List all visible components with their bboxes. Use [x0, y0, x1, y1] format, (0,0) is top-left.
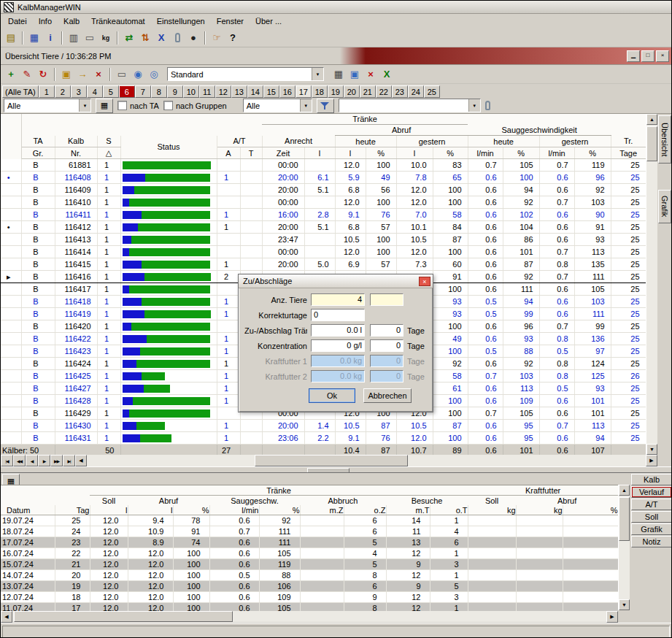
header-gestern[interactable]: gestern [539, 136, 611, 147]
close-icon[interactable]: × [419, 277, 430, 286]
header-pct[interactable]: % [366, 147, 396, 159]
table-row[interactable]: B1164111116:002.89.1767.0580.61020.69025 [1, 209, 646, 221]
header-heute[interactable]: heute [335, 136, 396, 147]
history-row[interactable]: 18.07.242412.010.9910.71116114 [1, 526, 618, 537]
table-row[interactable]: B1164311123:062.29.17612.01000.6950.6942… [1, 432, 646, 445]
ta-tab-4[interactable]: 4 [87, 85, 103, 98]
refresh-icon[interactable]: ↻ [36, 67, 50, 81]
ta-tab-alle-ta[interactable]: (Alle TA) [2, 85, 39, 98]
history-row[interactable]: 12.07.241812.012.01000.61099123 [1, 592, 618, 603]
header-l[interactable]: l [128, 505, 173, 515]
header-zeit[interactable]: Zeit [262, 147, 304, 159]
header-l[interactable]: l [304, 147, 335, 159]
table-row[interactable]: •B1164121120:005.16.85710.1840.61040.691… [1, 221, 646, 234]
scroll-left-icon[interactable]: ◀ [1, 611, 12, 623]
header-mz[interactable]: m.Z [300, 505, 344, 515]
header-pct[interactable]: % [563, 505, 618, 515]
main-horizontal-scrollbar[interactable]: ◀ ▶ [75, 455, 657, 466]
table-row[interactable]: B116409120:005.16.85612.01000.6940.69225 [1, 184, 646, 196]
menu-datei[interactable]: Datei [2, 15, 33, 27]
first-record-button[interactable]: |◀ [1, 455, 13, 466]
help-icon[interactable]: ? [225, 31, 240, 45]
header-l[interactable]: l [90, 505, 128, 515]
side-tab-grafik[interactable]: Grafik [658, 190, 671, 223]
menu-einstellungen[interactable]: Einstellungen [151, 15, 211, 27]
chevron-down-icon[interactable]: ▼ [79, 99, 90, 112]
copy-icon[interactable]: ▣ [59, 67, 74, 81]
header-kg[interactable]: kg [516, 505, 563, 515]
history-horizontal-scrollbar[interactable]: ◀ ▶ [1, 611, 618, 622]
header-ot[interactable]: o.T [430, 505, 468, 515]
header-pct[interactable]: % [259, 505, 300, 515]
protocol-icon[interactable]: ▤ [4, 31, 18, 45]
chevron-down-icon[interactable]: ▼ [312, 68, 323, 80]
ta-tab-5[interactable]: 5 [103, 85, 119, 98]
ta-tab-6[interactable]: 6 [119, 85, 135, 98]
anz-tiere-field[interactable]: 4 [311, 293, 365, 306]
history-row[interactable]: 16.07.242212.012.01000.61054121 [1, 548, 618, 559]
history-row[interactable]: 13.07.241912.012.01000.6106695 [1, 581, 618, 592]
ta-tab-15[interactable]: 15 [263, 85, 279, 98]
close-view-icon[interactable]: × [363, 67, 378, 81]
close-icon[interactable]: × [656, 50, 669, 62]
header-l[interactable]: l [335, 147, 366, 159]
ta-tab-8[interactable]: 8 [151, 85, 167, 98]
table-row[interactable]: B61881100:0012.010010.0830.71050.711925 [1, 159, 646, 172]
prior-record-button[interactable]: ◀ [26, 455, 38, 466]
header-nr[interactable]: Nr. [55, 147, 97, 159]
group-filter-combo[interactable]: Alle ▼ [243, 99, 312, 112]
scroll-right-icon[interactable]: ▶ [646, 455, 657, 466]
scroll-right-icon[interactable]: ▶ [606, 611, 618, 623]
ta-tab-14[interactable]: 14 [247, 85, 263, 98]
header-kalb[interactable]: Kalb [55, 136, 97, 147]
animal-filter-combo[interactable]: Alle ▼ [4, 99, 91, 112]
nach-gruppen-checkbox[interactable] [163, 101, 173, 110]
scrollbar-thumb[interactable] [646, 126, 657, 161]
kg-icon[interactable]: kg [99, 31, 113, 45]
header-pct[interactable]: % [433, 147, 468, 159]
hourglass-icon[interactable]: X [154, 31, 169, 45]
calendar-icon[interactable]: ▦ [96, 99, 113, 113]
header-s[interactable]: S [97, 136, 120, 147]
info-icon[interactable]: i [43, 31, 58, 45]
table-row[interactable]: B116413123:4710.510010.5870.6860.69325 [1, 234, 646, 246]
edit-icon[interactable]: ✎ [20, 67, 34, 81]
table-row[interactable]: B1164301120:001.410.58710.5870.6950.7113… [1, 420, 646, 432]
menu-über[interactable]: Über ... [250, 15, 287, 27]
ta-tab-13[interactable]: 13 [231, 85, 247, 98]
ta-tab-7[interactable]: 7 [135, 85, 151, 98]
next-record-button[interactable]: ▶ [38, 455, 50, 466]
menu-fenster[interactable]: Fenster [211, 15, 250, 27]
panel-button-soll[interactable]: Soll [631, 511, 672, 523]
history-row[interactable]: 15.07.242112.012.01000.6119593 [1, 559, 618, 570]
ta-tab-9[interactable]: 9 [167, 85, 183, 98]
delete-icon[interactable]: × [91, 67, 106, 81]
konzentration-days-field[interactable]: 0 [370, 339, 403, 352]
ta-tab-3[interactable]: 3 [71, 85, 87, 98]
header-gr[interactable]: Gr. [21, 147, 55, 159]
ta-tab-12[interactable]: 12 [215, 85, 231, 98]
scroll-down-icon[interactable]: ▼ [646, 444, 657, 455]
ta-tab-11[interactable]: 11 [199, 85, 215, 98]
nach-ta-checkbox[interactable] [117, 101, 127, 110]
header-pct[interactable]: % [503, 147, 539, 159]
next-page-record-button[interactable]: ▶▶ [50, 455, 63, 466]
print-list-icon[interactable]: ▭ [115, 67, 129, 81]
header-a[interactable]: A [217, 147, 240, 159]
ta-tab-25[interactable]: 25 [424, 85, 440, 98]
ta-tab-23[interactable]: 23 [392, 85, 408, 98]
chevron-down-icon[interactable]: ▼ [468, 99, 480, 112]
header-mt[interactable]: m.T [386, 505, 430, 515]
prior-page-record-button[interactable]: ◀◀ [13, 455, 26, 466]
excel-icon[interactable]: X [379, 67, 394, 81]
zu-abschlag-tränke-field[interactable]: 0.0 l [311, 324, 365, 337]
history-row[interactable]: 11.07.241712.012.01000.61058121 [1, 603, 618, 612]
cancel-button[interactable]: Abbrechen [363, 388, 412, 403]
zu-abschlag-tränke-days-field[interactable]: 0 [370, 324, 403, 337]
ok-button[interactable]: Ok [309, 388, 355, 403]
print-icon[interactable]: ▭ [82, 31, 97, 45]
scroll-up-icon[interactable]: ▲ [646, 114, 657, 125]
header-lmin[interactable]: l/min [539, 147, 574, 159]
ta-tab-2[interactable]: 2 [55, 85, 71, 98]
korrekturtage-field[interactable]: 0 [311, 309, 365, 321]
